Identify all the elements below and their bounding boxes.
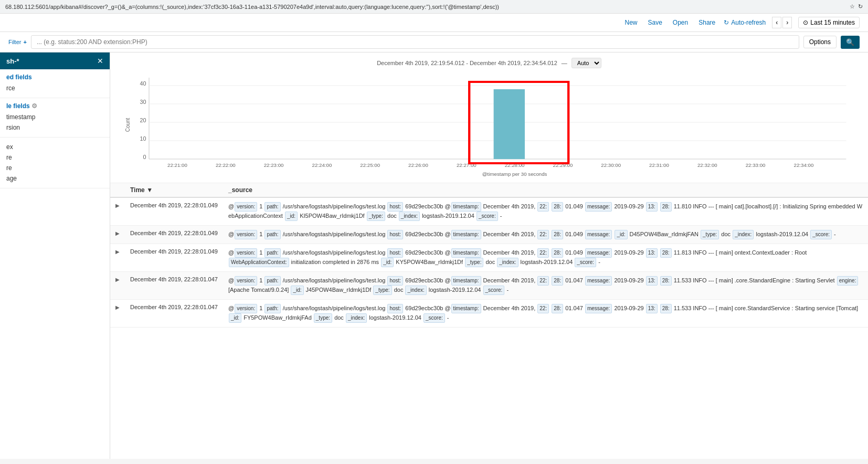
field-value: logstash-2019.12.04 (369, 314, 423, 321)
field-tag: version: (235, 230, 257, 239)
field-tag: 13: (646, 248, 658, 258)
field-value: doc (334, 314, 345, 321)
field-tag: timestamp: (451, 276, 481, 286)
field-tag: timestamp: (451, 304, 481, 313)
time-cell: December 4th 2019, 22:28:01.047 (125, 272, 223, 300)
field-tag: message: (585, 304, 612, 313)
field-tag: host: (387, 304, 403, 313)
sidebar-header: sh-* ✕ (0, 52, 110, 69)
fields-settings-icon[interactable]: ⚙ (31, 102, 37, 110)
field-tag: 22: (537, 230, 549, 239)
field-tag: _index: (497, 258, 518, 267)
field-value: initialization completed in 2876 ms (291, 259, 381, 265)
time-cell: December 4th 2019, 22:28:01.049 (125, 226, 223, 244)
field-value: 1 (259, 203, 264, 209)
field-tag: engine: (837, 276, 859, 286)
field-value: December 4th 2019, (483, 249, 537, 256)
svg-text:40: 40 (140, 81, 146, 87)
time-cell: December 4th 2019, 22:28:01.049 (125, 197, 223, 226)
source-cell: @version: 1 path: /usr/share/logstash/pi… (223, 300, 868, 328)
timestamp-field: timestamp (6, 112, 103, 122)
bookmark-icon: ☆ (850, 3, 855, 10)
field-value: 2019-09-29 (614, 305, 645, 311)
expand-button[interactable]: ▶ (115, 277, 120, 282)
search-input[interactable] (31, 35, 799, 49)
field-tag: 28: (552, 230, 563, 239)
expand-button[interactable]: ▶ (115, 304, 120, 310)
field-tag: 28: (660, 202, 672, 212)
expand-cell: ▶ (110, 197, 125, 226)
next-arrow[interactable]: › (782, 17, 792, 28)
version-field: rsion (6, 122, 103, 133)
expand-button[interactable]: ▶ (115, 203, 120, 208)
field-tag: _type: (701, 230, 719, 239)
svg-text:30: 30 (140, 99, 146, 105)
field-tag: message: (585, 202, 612, 212)
field-value: 01.049 (565, 231, 585, 237)
field-value: logstash-2019.12.04 (422, 213, 476, 219)
collapse-sidebar-button[interactable]: ✕ (97, 57, 103, 65)
field-value: - (500, 213, 502, 219)
search-submit-button[interactable]: 🔍 (841, 36, 860, 49)
options-button[interactable]: Options (803, 36, 837, 48)
source-field-label: rce (6, 85, 15, 92)
filter-add-icon[interactable]: + (23, 39, 26, 45)
expand-button[interactable]: ▶ (115, 230, 120, 236)
available-fields-title: le fields ⚙ (6, 102, 103, 110)
field-tag: _score: (477, 212, 498, 221)
time-range-button[interactable]: ⊙ Last 15 minutes (798, 17, 860, 28)
field-tag: _type: (367, 212, 385, 221)
field-tag: _id: (285, 212, 298, 221)
expand-button[interactable]: ▶ (115, 249, 120, 255)
field-value: - (834, 231, 836, 237)
field-tag: _id: (291, 286, 303, 295)
svg-text:22:24:00: 22:24:00 (312, 163, 332, 168)
time-col-header[interactable]: Time ▼ (125, 183, 223, 197)
share-button[interactable]: Share (696, 18, 717, 27)
time-cell: December 4th 2019, 22:28:01.047 (125, 300, 223, 328)
age-label: age (6, 175, 17, 182)
svg-text:22:22:00: 22:22:00 (216, 163, 236, 168)
field-value: 69d29ecbc30b @ (405, 231, 450, 237)
y-axis-label: Count (125, 118, 131, 132)
new-button[interactable]: New (622, 18, 639, 27)
field-value: D45POW4Baw_rIdmkjFAN (630, 231, 700, 237)
field-value: @ (228, 249, 234, 256)
chart-container: December 4th 2019, 22:19:54.012 - Decemb… (110, 52, 868, 183)
field-value: December 4th 2019, (483, 305, 537, 311)
clock-icon: ⊙ (803, 19, 808, 26)
field-tag: WebApplicationContext: (229, 258, 289, 267)
refresh-icon: ↻ (724, 19, 729, 26)
field-tag: message: (585, 230, 612, 239)
field-tag: _type: (373, 286, 391, 295)
field-tag: _index: (346, 313, 367, 323)
field-value: - (506, 287, 509, 293)
save-button[interactable]: Save (646, 18, 664, 27)
field-tag: _index: (405, 286, 426, 295)
timestamp-label: timestamp (6, 113, 35, 121)
auto-refresh-button[interactable]: ↻ Auto-refresh (724, 19, 766, 26)
svg-text:22:26:00: 22:26:00 (408, 163, 428, 168)
svg-text:22:21:00: 22:21:00 (167, 163, 187, 168)
field-value: /usr/share/logstash/pipeline/logs/test.l… (283, 203, 387, 209)
open-button[interactable]: Open (671, 18, 690, 27)
url-bar: 68.180.112:5601/app/kibana#/discover?_g=… (0, 0, 868, 14)
field-value: 1 (259, 305, 264, 311)
prev-arrow[interactable]: ‹ (772, 17, 781, 28)
field-tag: version: (235, 276, 257, 286)
field-value: December 4th 2019, (483, 203, 537, 209)
svg-text:@timestamp per 30 seconds: @timestamp per 30 seconds (482, 172, 547, 177)
field-tag: host: (387, 230, 403, 239)
expand-cell: ▶ (110, 272, 125, 300)
interval-select[interactable]: Auto (571, 58, 601, 68)
available-fields-partial: le fields (6, 102, 30, 110)
svg-text:20: 20 (140, 118, 146, 123)
field-value: KI5POW4Baw_rIdmkj1Df (300, 213, 366, 219)
chart-svg: 0 10 20 30 40 22:21:00 22:22:00 22:23:00… (121, 72, 858, 177)
field-tag: _id: (381, 258, 394, 267)
table-row: ▶December 4th 2019, 22:28:01.047@version… (110, 300, 868, 328)
field-tag: 28: (552, 304, 563, 313)
field-tag: _type: (314, 313, 332, 323)
field-tag: 28: (660, 248, 672, 258)
field-tag: 28: (552, 248, 563, 258)
